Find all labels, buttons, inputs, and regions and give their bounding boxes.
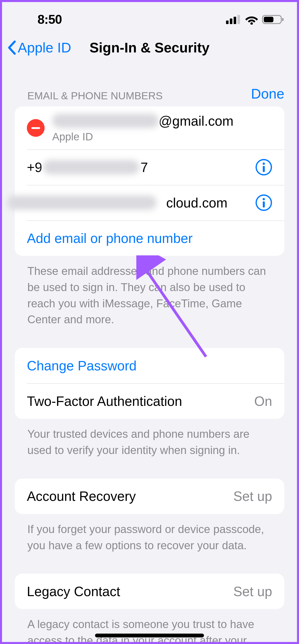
redacted-text (43, 160, 139, 174)
group-recovery: Account Recovery Set up (15, 479, 284, 514)
group-legacy: Legacy Contact Set up (15, 574, 284, 609)
row-change-password[interactable]: Change Password (15, 348, 284, 383)
svg-rect-6 (264, 17, 273, 22)
svg-rect-10 (263, 166, 265, 172)
info-button[interactable] (255, 194, 272, 211)
status-bar: 8:50 (2, 2, 297, 30)
change-password-label: Change Password (27, 358, 137, 373)
info-button[interactable] (255, 159, 272, 176)
row-legacy-contact[interactable]: Legacy Contact Set up (15, 574, 284, 609)
svg-point-9 (263, 163, 265, 165)
svg-rect-7 (282, 18, 284, 21)
section-header-contacts: EMAIL & PHONE NUMBERS Done (2, 65, 297, 106)
section-header-label: EMAIL & PHONE NUMBERS (27, 90, 163, 102)
home-indicator[interactable] (95, 634, 204, 637)
done-button[interactable]: Done (251, 86, 284, 102)
footer-contacts: These email addresses and phone numbers … (2, 256, 297, 328)
chevron-left-icon (7, 40, 17, 55)
primary-email-sublabel: Apple ID (52, 131, 233, 143)
battery-icon (262, 14, 284, 25)
row-phone[interactable]: +9 7 (15, 149, 284, 185)
svg-rect-13 (263, 201, 265, 207)
two-factor-value: On (254, 393, 272, 409)
row-two-factor[interactable]: Two-Factor Authentication On (15, 383, 284, 419)
wifi-icon (245, 14, 258, 25)
primary-email-suffix: @gmail.com (159, 113, 233, 129)
svg-rect-0 (226, 21, 229, 24)
svg-point-4 (250, 22, 253, 25)
svg-rect-3 (237, 15, 240, 24)
redacted-text (7, 196, 157, 210)
group-contacts: @gmail.com Apple ID +9 7 cloud (15, 106, 284, 256)
footer-recovery: If you forget your password or device pa… (2, 514, 297, 554)
status-time: 8:50 (38, 12, 62, 27)
row-icloud-email[interactable]: cloud.com (15, 185, 284, 220)
back-label: Apple ID (18, 40, 71, 56)
legacy-contact-label: Legacy Contact (27, 584, 120, 599)
row-primary-email[interactable]: @gmail.com Apple ID (15, 106, 284, 149)
svg-rect-2 (234, 17, 236, 24)
legacy-contact-value: Set up (233, 584, 272, 599)
account-recovery-value: Set up (233, 488, 272, 504)
add-contact-label: Add email or phone number (27, 231, 193, 246)
status-icons (226, 14, 284, 25)
back-button[interactable]: Apple ID (7, 40, 71, 56)
cellular-icon (226, 15, 241, 24)
two-factor-label: Two-Factor Authentication (27, 393, 182, 409)
account-recovery-label: Account Recovery (27, 488, 136, 504)
row-account-recovery[interactable]: Account Recovery Set up (15, 479, 284, 514)
svg-point-12 (263, 198, 265, 200)
delete-icon[interactable] (27, 119, 45, 137)
footer-password: Your trusted devices and phone numbers a… (2, 419, 297, 458)
group-password: Change Password Two-Factor Authenticatio… (15, 348, 284, 419)
info-icon (255, 194, 272, 211)
phone-prefix: +9 (27, 160, 42, 175)
redacted-text (52, 114, 159, 128)
icloud-email-suffix: cloud.com (166, 195, 228, 211)
info-icon (255, 159, 272, 176)
phone-suffix: 7 (140, 160, 148, 175)
nav-bar: Apple ID Sign-In & Security (2, 30, 297, 65)
row-add-contact[interactable]: Add email or phone number (15, 220, 284, 256)
svg-rect-1 (230, 18, 232, 24)
